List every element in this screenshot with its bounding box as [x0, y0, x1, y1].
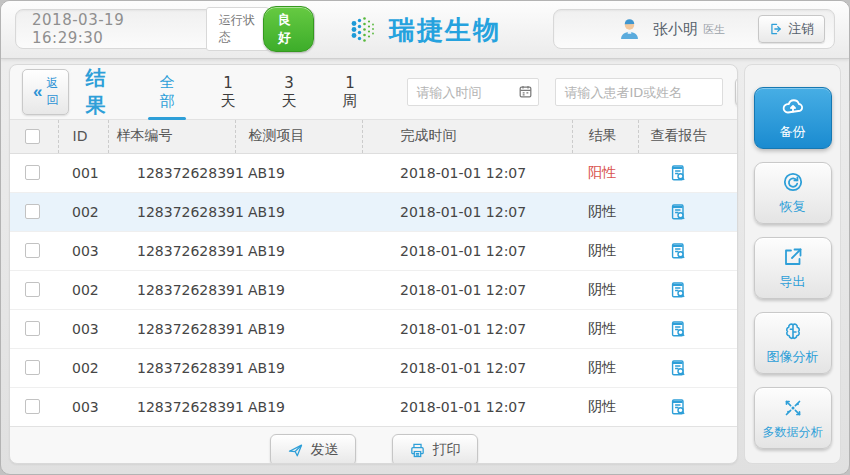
- send-label: 发送: [311, 441, 339, 459]
- brand-name: 瑞捷生物: [389, 12, 501, 47]
- time-input-wrap: [407, 78, 539, 106]
- cell-time: 2018-01-01 12:07: [362, 192, 572, 231]
- sidebar-button-export[interactable]: 导出: [754, 237, 832, 299]
- cell-id: 002: [58, 270, 108, 309]
- back-chevrons-icon: «: [33, 86, 42, 98]
- status-panel: 2018-03-19 16:29:30 运行状态 良好: [15, 9, 315, 49]
- report-icon: [668, 319, 688, 339]
- row-checkbox[interactable]: [25, 204, 40, 219]
- tab-1-day[interactable]: 1天: [218, 67, 237, 117]
- page-title: 结果: [85, 65, 105, 119]
- cell-id: 001: [58, 153, 108, 192]
- patient-search-input[interactable]: [555, 78, 723, 106]
- cell-item: AB19: [235, 192, 362, 231]
- cell-id: 002: [58, 348, 108, 387]
- report-icon: [668, 241, 688, 261]
- row-checkbox[interactable]: [25, 243, 40, 258]
- column-header-sample: 样本编号: [108, 120, 235, 153]
- table-row[interactable]: 003 128372628391 AB19 2018-01-01 12:07 阴…: [10, 231, 737, 270]
- print-icon: [409, 442, 426, 459]
- topbar: 2018-03-19 16:29:30 运行状态 良好 瑞捷生物: [1, 1, 849, 59]
- column-header-item: 检测项目: [235, 120, 362, 153]
- run-status-label: 运行状态: [206, 7, 269, 51]
- row-checkbox[interactable]: [25, 165, 40, 180]
- cell-result: 阴性: [572, 270, 638, 309]
- patient-input-wrap: [555, 78, 723, 106]
- brain-icon: [781, 320, 805, 344]
- print-button[interactable]: 打印: [392, 434, 478, 464]
- cell-id: 003: [58, 387, 108, 426]
- report-icon: [668, 397, 688, 417]
- view-report-button[interactable]: [668, 163, 688, 183]
- results-toolbar: « 返回 结果 全部 1天 3天 1周: [10, 65, 737, 119]
- table-row[interactable]: 001 128372628391 AB19 2018-01-01 12:07 阳…: [10, 153, 737, 192]
- cell-result: 阴性: [572, 387, 638, 426]
- column-header-result: 结果: [572, 120, 638, 153]
- cell-result: 阴性: [572, 192, 638, 231]
- table-row[interactable]: 003 128372628391 AB19 2018-01-01 12:07 阴…: [10, 309, 737, 348]
- cell-time: 2018-01-01 12:07: [362, 309, 572, 348]
- sidebar-button-multi-data-analysis[interactable]: 多数据分析: [754, 387, 832, 449]
- view-report-button[interactable]: [668, 358, 688, 378]
- table-row[interactable]: 002 128372628391 AB19 2018-01-01 12:07 阴…: [10, 270, 737, 309]
- report-icon: [668, 202, 688, 222]
- cell-sample: 128372628391: [108, 309, 235, 348]
- cloud-backup-icon: [780, 95, 806, 119]
- user-role: 医生: [703, 22, 725, 37]
- sidebar-button-image-analysis[interactable]: 图像分析: [754, 312, 832, 374]
- sidebar-label: 恢复: [780, 198, 806, 216]
- cell-sample: 128372628391: [108, 270, 235, 309]
- view-report-button[interactable]: [668, 319, 688, 339]
- sidebar-button-restore[interactable]: 恢复: [754, 162, 832, 224]
- sidebar-button-backup[interactable]: 备份: [754, 87, 832, 149]
- column-header-report: 查看报告: [638, 120, 737, 153]
- tab-3-day[interactable]: 3天: [279, 67, 298, 117]
- logout-label: 注销: [788, 20, 814, 38]
- send-icon: [287, 442, 304, 459]
- export-icon: [781, 245, 805, 269]
- column-header-time: 完成时间: [362, 120, 572, 153]
- send-button[interactable]: 发送: [270, 434, 356, 464]
- table-row[interactable]: 002 128372628391 AB19 2018-01-01 12:07 阴…: [10, 348, 737, 387]
- user-name: 张小明: [653, 20, 698, 39]
- row-checkbox[interactable]: [25, 282, 40, 297]
- brand: 瑞捷生物: [349, 12, 501, 47]
- brand-logo-icon: [349, 15, 379, 45]
- logout-button[interactable]: 注销: [758, 15, 825, 43]
- report-icon: [668, 163, 688, 183]
- cell-id: 002: [58, 192, 108, 231]
- cell-item: AB19: [235, 231, 362, 270]
- cell-id: 003: [58, 231, 108, 270]
- datetime: 2018-03-19 16:29:30: [32, 11, 182, 47]
- tab-all[interactable]: 全部: [157, 67, 176, 117]
- cell-sample: 128372628391: [108, 348, 235, 387]
- cell-item: AB19: [235, 153, 362, 192]
- cell-sample: 128372628391: [108, 192, 235, 231]
- back-button[interactable]: « 返回: [22, 69, 69, 115]
- table-header-row: ID 样本编号 检测项目 完成时间 结果 查看报告: [10, 120, 737, 153]
- view-report-button[interactable]: [668, 280, 688, 300]
- results-table: ID 样本编号 检测项目 完成时间 结果 查看报告 001 128372628: [10, 119, 737, 427]
- cell-item: AB19: [235, 270, 362, 309]
- view-report-button[interactable]: [668, 241, 688, 261]
- actions-footer: 发送 打印: [10, 427, 737, 464]
- table-row[interactable]: 003 128372628391 AB19 2018-01-01 12:07 阴…: [10, 387, 737, 426]
- main-area: « 返回 结果 全部 1天 3天 1周: [1, 59, 849, 474]
- calendar-icon[interactable]: [518, 84, 533, 99]
- time-filter-tabs: 全部 1天 3天 1周: [157, 67, 359, 117]
- view-report-button[interactable]: [668, 397, 688, 417]
- row-checkbox[interactable]: [25, 399, 40, 414]
- cell-result: 阳性: [572, 153, 638, 192]
- cell-item: AB19: [235, 387, 362, 426]
- row-checkbox[interactable]: [25, 321, 40, 336]
- select-all-checkbox[interactable]: [25, 129, 40, 144]
- search-button[interactable]: [735, 77, 738, 107]
- view-report-button[interactable]: [668, 202, 688, 222]
- cell-time: 2018-01-01 12:07: [362, 387, 572, 426]
- doctor-avatar: [616, 16, 643, 43]
- cell-result: 阴性: [572, 348, 638, 387]
- row-checkbox[interactable]: [25, 360, 40, 375]
- table-row[interactable]: 002 128372628391 AB19 2018-01-01 12:07 阴…: [10, 192, 737, 231]
- cell-time: 2018-01-01 12:07: [362, 231, 572, 270]
- tab-1-week[interactable]: 1周: [340, 67, 359, 117]
